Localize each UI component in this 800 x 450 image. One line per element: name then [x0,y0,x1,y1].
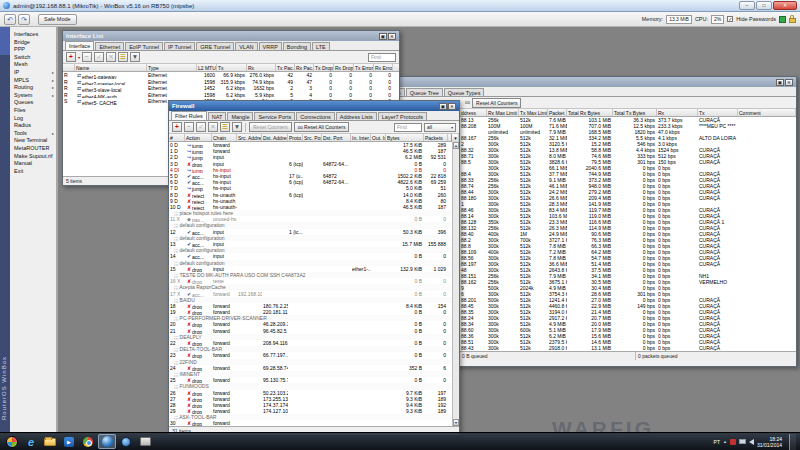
firewall-filter-dropdown[interactable]: all▾ [424,123,456,132]
tab-service-ports[interactable]: Service Ports [254,112,295,120]
firewall-comment-button[interactable]: ☰ [220,122,230,132]
column-header-proto[interactable]: Proto... [288,134,303,141]
sidebar-item-files[interactable]: Files [10,107,56,115]
tab-address-lists[interactable]: Address Lists [336,112,377,120]
language-indicator[interactable]: PT [714,439,720,445]
comment-button[interactable]: ☰ [118,52,128,62]
photo-viewer-icon[interactable] [136,434,154,449]
file-explorer-icon[interactable] [41,434,59,449]
firewall-scrollbar[interactable]: ▲ ▼ [452,142,459,426]
winbox-icon[interactable] [98,434,116,449]
queue-close-icon[interactable]: ✕ [785,79,793,86]
tab-filter-rules[interactable]: Filter Rules [171,111,207,120]
column-header-total-tx-bytes[interactable]: Total Tx Bytes [613,109,657,116]
column-header-packet[interactable]: Packet ... [548,109,567,116]
column-header-tx-drops[interactable]: Tx Drops [314,64,334,71]
undo-icon[interactable]: ↶ [4,14,16,25]
tab-connections[interactable]: Connections [296,112,335,120]
tab-mangle[interactable]: Mangle [227,112,253,120]
sidebar-item-mpls[interactable]: MPLS▸ [10,77,56,85]
firewall-enable-button[interactable]: ✓ [196,122,206,132]
sidebar-item-ppp[interactable]: PPP [10,46,56,54]
sidebar-item-switch[interactable]: Switch [10,54,56,62]
show-desktop-button[interactable] [789,434,796,450]
column-header-out-int[interactable]: Out. Int... [371,134,386,141]
sidebar-item-interfaces[interactable]: Interfaces [10,31,56,39]
column-header-action[interactable]: Action [185,134,212,141]
firewall-disable-button[interactable]: ✕ [208,122,218,132]
interface-table-header[interactable]: NameTypeL2 MTUTxRxTx Pac...Rx Pac...Tx D… [63,64,399,72]
volume-icon[interactable] [749,439,754,445]
column-header-chain[interactable]: Chain [212,134,237,141]
reset-counters-button[interactable]: Reset Counters [249,122,292,132]
tab-layer7-protocols[interactable]: Layer7 Protocols [378,112,427,120]
interface-restore-icon[interactable]: ▣ [379,33,387,40]
column-header-tx-pac[interactable]: Tx Pac... [276,64,295,71]
column-header-flags[interactable] [63,64,75,71]
column-header-rx[interactable]: Rx [657,109,698,116]
column-header-bytes[interactable]: Bytes [386,134,424,141]
scroll-up-icon[interactable]: ▲ [453,142,459,149]
add-button[interactable]: + [66,52,76,62]
enable-button[interactable]: ✓ [94,52,104,62]
column-select-icon[interactable]: ▾ [451,134,459,142]
taskbar-clock[interactable]: 18:2431/01/2014 [757,436,782,448]
sidebar-item-new-terminal[interactable]: New Terminal [10,137,56,145]
column-header-rx-errors[interactable]: Rx Errors [374,64,393,71]
firewall-table-header[interactable]: #ActionChainSrc. AddressDst. AddressProt… [169,134,459,142]
firewall-add-button[interactable]: + [172,122,182,132]
disable-button[interactable]: ✕ [106,52,116,62]
queue-restore-icon[interactable]: ▣ [776,79,784,86]
column-header-ddress[interactable]: ddress [460,109,487,116]
maximize-button[interactable]: □ [756,1,772,10]
hide-passwords-checkbox[interactable]: ✓ [727,16,733,22]
column-header-dst-port[interactable]: Dst. Port [322,134,351,141]
safe-mode-button[interactable]: Safe Mode [38,14,77,25]
start-orb-icon[interactable] [3,434,21,449]
tray-expand-icon[interactable]: ▲ [723,439,727,444]
interface-find-box[interactable]: Find [368,53,396,62]
tab-gre-tunnel[interactable]: GRE Tunnel [196,42,234,50]
sidebar-item-manual[interactable]: Manual [10,160,56,168]
firewall-window-title-bar[interactable]: Firewall ▣ ✕ [169,101,459,111]
queue-reset-all-counters-button[interactable]: Reset All Counters [472,98,521,108]
tab-queue-tree[interactable]: Queue Tree [406,88,443,96]
column-header-src-port[interactable]: Src. Port [303,134,322,141]
sidebar-item-system[interactable]: System▸ [10,92,56,100]
tab-vlan[interactable]: VLAN [235,42,257,50]
queue-row[interactable]: 88.43300k512k2918.0 KiB13.1 MiB0 bps0 bp… [460,345,796,351]
minimize-button[interactable]: – [739,1,755,10]
tab-eoip-tunnel[interactable]: EoIP Tunnel [125,42,163,50]
column-header-dst-address[interactable]: Dst. Address [262,134,288,141]
column-header-tx[interactable]: Tx [217,64,247,71]
tab-queue-types[interactable]: Queue Types [444,88,485,96]
tab-ethernet[interactable]: Ethernet [95,42,124,50]
tab-ip-tunnel[interactable]: IP Tunnel [164,42,195,50]
tab-nat[interactable]: NAT [208,112,227,120]
interface-close-icon[interactable]: ✕ [388,33,396,40]
firewall-filter-icon[interactable]: ▼ [232,122,242,132]
column-header-rx-pac[interactable]: Rx Pac... [295,64,314,71]
firewall-remove-button[interactable]: − [184,122,194,132]
column-header-l2-mtu[interactable]: L2 MTU [197,64,217,71]
column-header-flags[interactable]: # [169,134,185,141]
sidebar-item-bridge[interactable]: Bridge [10,39,56,47]
column-header-rx[interactable]: Rx [247,64,276,71]
firewall-restore-icon[interactable]: ▣ [439,103,447,110]
sidebar-item-queues[interactable]: Queues [10,99,56,107]
column-header-rx-max-limit[interactable]: Rx Max Limit [487,109,519,116]
sidebar-item-exit[interactable]: Exit [10,168,56,176]
column-header-src-address[interactable]: Src. Address [237,134,262,141]
remove-button[interactable]: − [82,52,92,62]
interface-window-title-bar[interactable]: Interface List ▣ ✕ [63,31,399,41]
column-header-type[interactable]: Type [147,64,197,71]
sidebar-item-radius[interactable]: Radius [10,122,56,130]
media-player-icon[interactable]: ▶ [60,434,78,449]
action-center-icon[interactable] [730,439,736,445]
column-header-comment[interactable]: Comment [738,109,796,116]
network-tray-icon[interactable] [739,439,746,444]
sidebar-item-tools[interactable]: Tools▸ [10,130,56,138]
column-header-in-inter[interactable]: In. Inter... [351,134,371,141]
column-header-tx-errors[interactable]: Tx Errors [354,64,374,71]
sidebar-item-ip[interactable]: IP▸ [10,69,56,77]
